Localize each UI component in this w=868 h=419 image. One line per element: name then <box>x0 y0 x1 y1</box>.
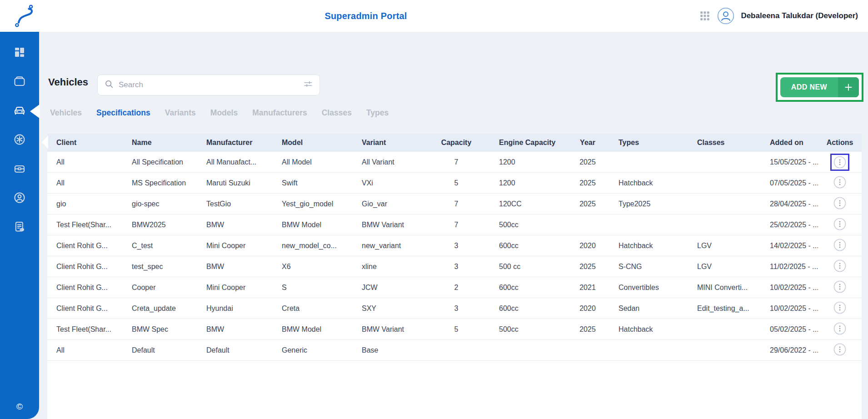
copyright-icon[interactable]: © <box>0 402 39 412</box>
cell-variant: JCW <box>353 284 431 292</box>
row-actions-menu-icon[interactable] <box>833 280 847 294</box>
table-row: Client Rohit G...C_testMini Coopernew_mo… <box>47 235 862 256</box>
cell-capacity: 5 <box>431 325 482 334</box>
column-header-variant: Variant <box>353 139 431 147</box>
cell-variant: Base <box>353 346 431 354</box>
cell-capacity: 3 <box>431 263 482 271</box>
column-header-types: Types <box>606 139 686 147</box>
cell-manufacturer: Mini Cooper <box>197 284 273 292</box>
tab-vehicles[interactable]: Vehicles <box>50 108 82 118</box>
cell-variant: new_variant <box>353 242 431 250</box>
cell-model: new_model_co... <box>273 242 353 250</box>
cell-variant: xline <box>353 263 431 271</box>
cell-client: Client Rohit G... <box>47 284 123 292</box>
app-root: Superadmin Portal Debaleena Talukdar (De… <box>0 0 868 419</box>
cell-name: Creta_update <box>123 304 197 313</box>
vehicles-car-icon[interactable] <box>13 104 26 117</box>
table-row: Test Fleet(Shar...BMW SpecBMWBMW ModelBM… <box>47 319 862 340</box>
cell-variant: SXY <box>353 304 431 313</box>
column-header-year: Year <box>569 139 606 147</box>
cell-year: 2020 <box>569 242 606 250</box>
column-header-name: Name <box>123 139 197 147</box>
cell-added-on: 29/06/2022 - ... <box>759 346 818 354</box>
brand-logo-icon[interactable] <box>12 4 36 28</box>
column-header-client: Client <box>47 139 123 147</box>
cell-added-on: 25/02/2025 - ... <box>759 221 818 229</box>
cell-engine-capacity: 1200 <box>482 179 569 187</box>
cell-capacity: 7 <box>431 221 482 229</box>
cell-engine-capacity: 1200 <box>482 158 569 166</box>
cell-client: Test Fleet(Shar... <box>47 325 123 334</box>
cell-added-on: 28/04/2025 - ... <box>759 200 818 208</box>
cell-client: Client Rohit G... <box>47 304 123 313</box>
cell-types: Hatchback <box>606 325 686 334</box>
cell-engine-capacity: 500 cc <box>482 263 569 271</box>
cell-model: BMW Model <box>273 325 353 334</box>
dashboard-icon[interactable] <box>13 45 26 59</box>
cell-model: X6 <box>273 263 353 271</box>
tab-classes[interactable]: Classes <box>322 108 352 118</box>
tab-models[interactable]: Models <box>210 108 238 118</box>
cell-client: All <box>47 179 123 187</box>
cell-name: Cooper <box>123 284 197 292</box>
tab-types[interactable]: Types <box>366 108 389 118</box>
settings-wheel-icon[interactable] <box>13 133 26 146</box>
cell-added-on: 14/02/2025 - ... <box>759 242 818 250</box>
table-row: Client Rohit G...test_specBMWX6xline3500… <box>47 256 862 277</box>
cell-manufacturer: Maruti Suzuki <box>197 179 273 187</box>
row-actions-menu-icon[interactable] <box>833 196 847 210</box>
cell-year: 2025 <box>569 325 606 334</box>
cell-types: Sedan <box>606 304 686 313</box>
cell-added-on: 15/05/2025 - ... <box>759 158 818 166</box>
cell-added-on: 10/02/2025 - ... <box>759 304 818 313</box>
table-header-row: ClientNameManufacturerModelVariantCapaci… <box>47 134 862 152</box>
tab-specifications[interactable]: Specifications <box>96 108 150 118</box>
cell-model: Yest_gio_model <box>273 200 353 208</box>
user-avatar-icon[interactable] <box>717 7 734 25</box>
row-actions-menu-icon[interactable] <box>833 343 847 356</box>
add-new-button[interactable]: ADD NEW <box>780 77 859 97</box>
cell-capacity: 3 <box>431 242 482 250</box>
main-content: Vehicles ADD NEW V <box>39 32 868 419</box>
cell-manufacturer: BMW <box>197 221 273 229</box>
cell-model: All Model <box>273 158 353 166</box>
apps-grid-icon[interactable] <box>699 10 711 22</box>
table-row: AllDefaultDefaultGenericBase29/06/2022 -… <box>47 340 862 361</box>
table-row: Client Rohit G...CooperMini CooperSJCW26… <box>47 277 862 298</box>
specifications-table: ClientNameManufacturerModelVariantCapaci… <box>47 134 862 419</box>
account-icon[interactable] <box>13 191 26 205</box>
row-actions-menu-icon[interactable] <box>833 175 847 189</box>
row-actions-menu-icon[interactable] <box>833 155 847 169</box>
cell-variant: VXi <box>353 179 431 187</box>
cell-engine-capacity: 500cc <box>482 325 569 334</box>
cell-client: Test Fleet(Shar... <box>47 221 123 229</box>
row-actions-menu-icon[interactable] <box>833 259 847 273</box>
report-document-icon[interactable] <box>13 220 26 234</box>
cell-added-on: 07/05/2025 - ... <box>759 179 818 187</box>
orders-tray-icon[interactable] <box>13 75 26 88</box>
column-header-classes: Classes <box>686 139 759 147</box>
cell-types: Type2025 <box>606 200 686 208</box>
cell-types: S-CNG <box>606 263 686 271</box>
cell-types: Hatchback <box>606 179 686 187</box>
cell-added-on: 05/02/2025 - ... <box>759 325 818 334</box>
filter-sliders-icon[interactable] <box>303 79 313 91</box>
row-actions-menu-icon[interactable] <box>833 322 847 335</box>
cell-types: Hatchback <box>606 242 686 250</box>
cell-client: All <box>47 158 123 166</box>
row-actions-menu-icon[interactable] <box>833 217 847 231</box>
tab-manufacturers[interactable]: Manufacturers <box>252 108 307 118</box>
cell-capacity: 3 <box>431 304 482 313</box>
tab-variants[interactable]: Variants <box>165 108 196 118</box>
user-name-label[interactable]: Debaleena Talukdar (Developer) <box>741 11 858 20</box>
search-input[interactable] <box>119 80 299 90</box>
page-header-title: Superadmin Portal <box>324 0 407 32</box>
toolbox-icon[interactable] <box>13 162 26 175</box>
cell-year: 2025 <box>569 179 606 187</box>
cell-added-on: 10/02/2025 - ... <box>759 284 818 292</box>
row-actions-menu-icon[interactable] <box>833 238 847 252</box>
column-header-capacity: Capacity <box>431 139 482 147</box>
row-actions-menu-icon[interactable] <box>833 301 847 314</box>
cell-name: C_test <box>123 242 197 250</box>
search-box <box>97 75 320 95</box>
